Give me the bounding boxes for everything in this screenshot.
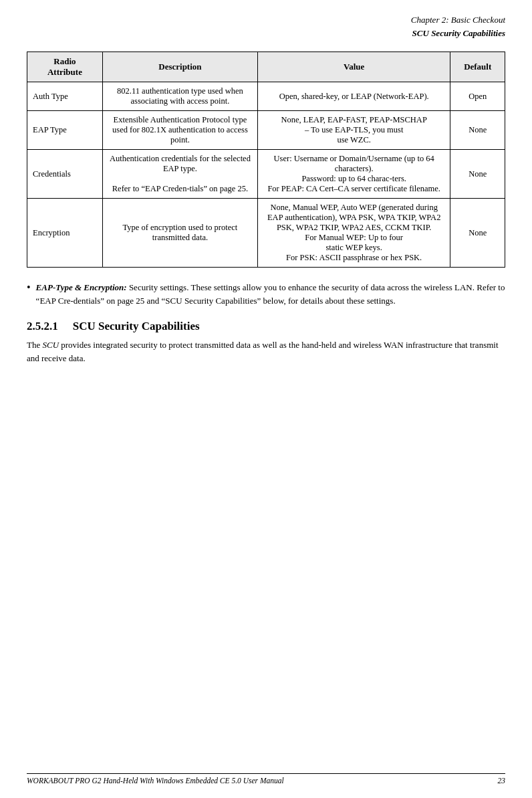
cell-description: Type of encryption used to protect trans… [102,199,257,268]
cell-value: None, Manual WEP, Auto WEP (generated du… [257,199,450,268]
cell-default: None [450,199,505,268]
bullet-section: • EAP-Type & Encryption: Security settin… [27,281,505,308]
cell-attribute: EAP Type [27,111,103,150]
table-header-row: RadioAttribute Description Value Default [27,52,505,82]
bullet-text: EAP-Type & Encryption: Security settings… [36,281,505,308]
footer-page-number: 23 [498,777,506,785]
table-row: Auth Type802.11 authentication type used… [27,82,505,111]
col-value: Value [257,52,450,82]
cell-default: None [450,111,505,150]
section-title: SCU Security Capabilities [73,320,200,333]
section-heading: 2.5.2.1 SCU Security Capabilities [27,320,505,333]
cell-default: Open [450,82,505,111]
col-default: Default [450,52,505,82]
section-heading-line: 2.5.2.1 SCU Security Capabilities [27,320,505,333]
cell-description: Extensible Authentication Protocol type … [102,111,257,150]
cell-description: 802.11 authentication type used when ass… [102,82,257,111]
table-row: EAP TypeExtensible Authentication Protoc… [27,111,505,150]
page-header: Chapter 2: Basic Checkout SCU Security C… [27,13,505,39]
section-line: SCU Security Capabilities [27,27,505,40]
data-table: RadioAttribute Description Value Default… [27,52,505,268]
col-description: Description [102,52,257,82]
col-radio-attribute: RadioAttribute [27,52,103,82]
chapter-line: Chapter 2: Basic Checkout [27,13,505,27]
italic-word: SCU [42,340,59,350]
body-paragraph: The SCU provides integrated security to … [27,338,505,365]
page-container: Chapter 2: Basic Checkout SCU Security C… [0,0,532,798]
cell-attribute: Encryption [27,199,103,268]
cell-attribute: Auth Type [27,82,103,111]
cell-default: None [450,150,505,199]
cell-description: Authentication credentials for the selec… [102,150,257,199]
bullet-label: EAP-Type & Encryption: [36,282,127,292]
cell-attribute: Credentials [27,150,103,199]
footer-left: WORKABOUT PRO G2 Hand-Held With Windows … [27,777,284,785]
page-footer: WORKABOUT PRO G2 Hand-Held With Windows … [27,773,505,785]
bullet-item: • EAP-Type & Encryption: Security settin… [27,281,505,308]
cell-value: None, LEAP, EAP-FAST, PEAP-MSCHAP– To us… [257,111,450,150]
section-number: 2.5.2.1 [27,320,58,333]
cell-value: User: Username or Domain/Username (up to… [257,150,450,199]
cell-value: Open, shared-key, or LEAP (Network-EAP). [257,82,450,111]
table-row: CredentialsAuthentication credentials fo… [27,150,505,199]
bullet-dot: • [27,281,31,295]
table-row: EncryptionType of encryption used to pro… [27,199,505,268]
